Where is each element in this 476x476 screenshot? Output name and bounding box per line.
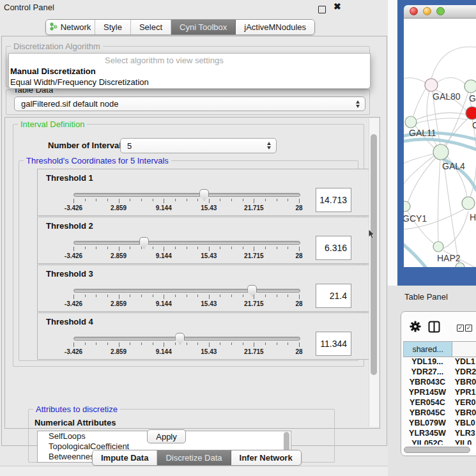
table-cell[interactable]: YER0	[452, 398, 476, 407]
dropdown-item-equal-width[interactable]: Equal Width/Frequency Discretization	[10, 77, 149, 87]
threshold-label: Threshold 2	[46, 221, 93, 231]
node-hap2[interactable]	[433, 242, 443, 252]
slider-track[interactable]	[73, 193, 300, 197]
combo-value: 5	[127, 141, 132, 151]
table-cell[interactable]: YBR0	[452, 378, 476, 387]
node-gal4[interactable]	[433, 144, 449, 160]
gear-icon[interactable]	[410, 321, 421, 335]
threshold-4-panel: Threshold 4 -3.4262.8599.14415.4321.7152…	[37, 312, 369, 360]
tick-mark	[299, 247, 300, 251]
tick-mark	[231, 295, 232, 297]
tab-network[interactable]: Network	[46, 20, 95, 35]
tick-label: -3.426	[65, 252, 82, 259]
tab-impute-data[interactable]: Impute Data	[93, 450, 157, 465]
tab-label: Network	[61, 22, 91, 32]
column-header-name[interactable]: na	[452, 342, 476, 357]
table-cell[interactable]: YDR27...	[403, 367, 452, 376]
scrollbar-thumb[interactable]	[371, 134, 377, 375]
table-header: shared... na	[403, 341, 476, 357]
table-row[interactable]: YBL079WYBL0	[403, 418, 476, 428]
slider-ticks	[73, 342, 299, 348]
apply-button[interactable]: Apply	[147, 429, 186, 443]
table-cell[interactable]: YBR043C	[403, 378, 452, 387]
tab-jactivemnodules[interactable]: jActiveMNodules	[236, 20, 314, 35]
table-row[interactable]: YBR043CYBR0	[403, 377, 476, 387]
tab-infer-network[interactable]: Infer Network	[231, 450, 301, 465]
threshold-value-field[interactable]: 11.344	[316, 332, 351, 356]
number-of-intervals-combobox[interactable]: 5	[120, 138, 277, 153]
tick-label: 2.859	[111, 300, 127, 307]
node-selected-red[interactable]	[466, 107, 476, 119]
checkbox-icon[interactable]: ✓	[465, 325, 472, 332]
tab-discretize-data[interactable]: Discretize Data	[157, 450, 231, 465]
tab-label: Select	[139, 22, 162, 32]
network-window-titlebar[interactable]	[404, 5, 476, 19]
close-traffic-light[interactable]	[410, 7, 418, 15]
mouse-cursor	[368, 229, 376, 242]
table-cell[interactable]: YLR3	[452, 429, 476, 438]
tab-select[interactable]: Select	[131, 20, 171, 35]
table-cell[interactable]: YBL0	[452, 418, 476, 427]
bottom-tab-bar: Impute Data Discretize Data Infer Networ…	[92, 450, 302, 466]
network-icon	[50, 22, 58, 33]
table-cell[interactable]: YDL19...	[403, 357, 452, 366]
tab-style[interactable]: Style	[95, 20, 131, 35]
settings-vertical-scrollbar[interactable]	[369, 118, 379, 427]
threshold-value-field[interactable]: 6.316	[316, 236, 351, 260]
tick-mark	[265, 247, 266, 249]
slider-track[interactable]	[73, 337, 300, 341]
dropdown-item-manual-discretization[interactable]: Manual Discretization	[10, 66, 96, 76]
tick-mark	[85, 295, 86, 297]
table-row[interactable]: YDR27...YDR2	[403, 367, 476, 377]
node-bottom[interactable]	[456, 263, 464, 267]
node-top-right[interactable]	[464, 80, 476, 93]
table-row[interactable]: YIL052CYIL0	[403, 438, 476, 445]
slider-track[interactable]	[73, 289, 300, 293]
table-row[interactable]: YBR045CYBR0	[403, 408, 476, 418]
tick-mark	[231, 247, 232, 249]
tab-cyni-toolbox[interactable]: Cyni Toolbox	[171, 20, 236, 35]
table-row[interactable]: YPR145WYPR1	[403, 387, 476, 397]
close-icon[interactable]: ✖	[334, 1, 341, 12]
float-window-icon[interactable]	[318, 6, 326, 13]
tick-mark	[277, 247, 277, 249]
control-panel: Control Panel ✖ Network Style Select Cyn…	[0, 0, 388, 476]
table-cell[interactable]: YPR145W	[403, 388, 452, 397]
table-cell[interactable]: YDL1	[452, 357, 476, 366]
table-cell[interactable]: YPR1	[452, 388, 476, 397]
tick-mark	[175, 342, 176, 345]
node-right[interactable]	[462, 197, 475, 210]
table-row[interactable]: YER054CYER0	[403, 397, 476, 408]
scrollbar-thumb[interactable]	[404, 447, 470, 453]
node-gal80[interactable]	[425, 79, 438, 91]
table-cell[interactable]: YBL079W	[403, 418, 452, 427]
checkbox-icon[interactable]: ✓	[457, 325, 464, 332]
table-data-combobox[interactable]: galFiltered.sif default node	[14, 96, 365, 111]
table-cell[interactable]: YIL0	[452, 439, 476, 445]
table-horizontal-scrollbar[interactable]	[403, 446, 476, 453]
table-cell[interactable]: YLR345W	[403, 429, 452, 438]
slider-track[interactable]	[73, 241, 300, 245]
tick-label: 21.715	[244, 204, 264, 211]
threshold-2-panel: Threshold 2 -3.4262.8599.14415.4321.7152…	[37, 217, 369, 264]
table-row[interactable]: YDL19...YDL1	[403, 357, 476, 367]
node-gcy1[interactable]	[404, 201, 410, 211]
threshold-value-field[interactable]: 21.4	[316, 284, 351, 308]
table-cell[interactable]: YBR0	[452, 408, 476, 417]
table-row[interactable]: YLR345WYLR3	[403, 428, 476, 438]
table-cell[interactable]: YIL052C	[403, 439, 452, 445]
column-layout-icon[interactable]	[428, 321, 440, 335]
tick-mark	[277, 199, 277, 201]
node-gal11[interactable]	[405, 116, 417, 128]
tick-label: 2.859	[111, 252, 127, 259]
node-label: GA	[469, 93, 476, 104]
tick-mark	[164, 342, 164, 347]
network-canvas[interactable]: GAL80 GA C GAL11 GAL4 GCY1 H HAP2	[404, 19, 476, 267]
table-cell[interactable]: YBR045C	[403, 408, 452, 417]
minimize-traffic-light[interactable]	[423, 7, 431, 15]
table-cell[interactable]: YDR2	[452, 367, 476, 376]
threshold-value-field[interactable]: 14.713	[316, 188, 351, 212]
column-header-shared-name[interactable]: shared...	[403, 342, 452, 357]
table-cell[interactable]: YER054C	[403, 398, 452, 407]
zoom-traffic-light[interactable]	[436, 7, 445, 15]
